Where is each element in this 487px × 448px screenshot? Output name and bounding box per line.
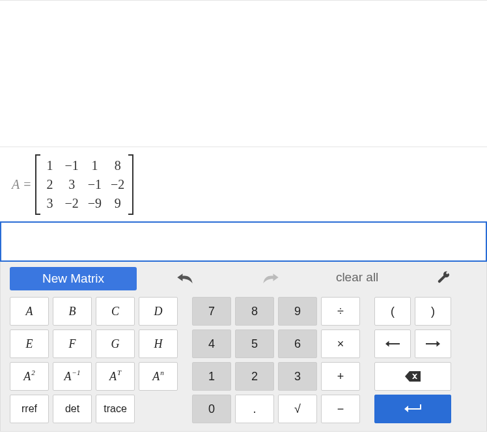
key-F[interactable]: F bbox=[53, 329, 92, 358]
key-3[interactable]: 3 bbox=[278, 362, 317, 391]
arrow-right-icon bbox=[426, 340, 440, 348]
key-6[interactable]: 6 bbox=[278, 329, 317, 358]
new-matrix-button[interactable]: New Matrix bbox=[10, 267, 137, 290]
key-A-transpose[interactable]: AT bbox=[96, 362, 135, 391]
key-backspace[interactable] bbox=[374, 362, 451, 391]
arrow-left-icon bbox=[385, 340, 400, 348]
matrix-cell: 1 bbox=[44, 158, 56, 173]
letter-keys: A B C D E F G H A2 A−1 AT An rref det tr… bbox=[10, 297, 178, 423]
clear-all-button[interactable]: clear all bbox=[314, 262, 400, 293]
matrix-cell: 9 bbox=[111, 196, 124, 211]
matrix-definition: A = 1 −1 1 8 2 3 −1 −2 3 −2 −9 9 bbox=[0, 147, 487, 221]
undo-button[interactable] bbox=[142, 262, 228, 293]
matrix-cell: 1 bbox=[88, 158, 102, 173]
matrix-cell: −2 bbox=[111, 177, 124, 192]
key-H[interactable]: H bbox=[139, 329, 178, 358]
key-4[interactable]: 4 bbox=[192, 329, 231, 358]
key-A[interactable]: A bbox=[10, 297, 49, 326]
graph-area bbox=[0, 0, 487, 147]
key-2[interactable]: 2 bbox=[235, 362, 274, 391]
equals-sign: = bbox=[23, 177, 31, 192]
matrix-cell: −2 bbox=[65, 196, 79, 211]
key-enter[interactable] bbox=[374, 395, 451, 423]
key-0[interactable]: 0 bbox=[192, 395, 231, 423]
key-cursor-right[interactable] bbox=[415, 329, 451, 358]
key-9[interactable]: 9 bbox=[278, 297, 317, 326]
key-paren-right[interactable]: ) bbox=[415, 297, 451, 326]
key-B[interactable]: B bbox=[53, 297, 92, 326]
key-E[interactable]: E bbox=[10, 329, 49, 358]
matrix-cell: 3 bbox=[44, 196, 56, 211]
key-C[interactable]: C bbox=[96, 297, 135, 326]
right-keys: ( ) bbox=[374, 297, 451, 423]
key-minus[interactable]: − bbox=[321, 395, 360, 423]
key-A-inverse[interactable]: A−1 bbox=[53, 362, 92, 391]
matrix-cell: −1 bbox=[88, 177, 102, 192]
matrix-name: A bbox=[12, 177, 20, 192]
redo-icon bbox=[262, 270, 280, 285]
wrench-icon bbox=[436, 270, 451, 285]
key-cursor-left[interactable] bbox=[374, 329, 411, 358]
key-multiply[interactable]: × bbox=[321, 329, 360, 358]
key-1[interactable]: 1 bbox=[192, 362, 231, 391]
undo-icon bbox=[176, 270, 194, 285]
key-det[interactable]: det bbox=[53, 395, 92, 423]
key-8[interactable]: 8 bbox=[235, 297, 274, 326]
keypad: New Matrix clear all A B C D E F G H A2 … bbox=[0, 262, 487, 432]
key-divide[interactable]: ÷ bbox=[321, 297, 360, 326]
key-plus[interactable]: + bbox=[321, 362, 360, 391]
matrix-body: 1 −1 1 8 2 3 −1 −2 3 −2 −9 9 bbox=[40, 154, 129, 215]
matrix-cell: −9 bbox=[88, 196, 102, 211]
key-sqrt[interactable]: √ bbox=[278, 395, 317, 423]
matrix-cell: 3 bbox=[65, 177, 79, 192]
key-rref[interactable]: rref bbox=[10, 395, 49, 423]
key-G[interactable]: G bbox=[96, 329, 135, 358]
expression-input[interactable] bbox=[0, 221, 487, 262]
matrix-bracket: 1 −1 1 8 2 3 −1 −2 3 −2 −9 9 bbox=[35, 154, 134, 215]
key-5[interactable]: 5 bbox=[235, 329, 274, 358]
matrix-cell: 8 bbox=[111, 158, 124, 173]
key-D[interactable]: D bbox=[139, 297, 178, 326]
number-keys: 7 8 9 ÷ 4 5 6 × 1 2 3 + 0 . √ − bbox=[192, 297, 360, 423]
keypad-top-controls: New Matrix clear all bbox=[1, 262, 486, 293]
matrix-cell: −1 bbox=[65, 158, 79, 173]
key-7[interactable]: 7 bbox=[192, 297, 231, 326]
matrix-cell: 2 bbox=[44, 177, 56, 192]
key-paren-left[interactable]: ( bbox=[374, 297, 411, 326]
redo-button[interactable] bbox=[228, 262, 314, 293]
key-decimal[interactable]: . bbox=[235, 395, 274, 423]
key-trace[interactable]: trace bbox=[96, 395, 135, 423]
backspace-icon bbox=[405, 371, 421, 382]
settings-button[interactable] bbox=[400, 262, 486, 293]
key-A-power-n[interactable]: An bbox=[139, 362, 178, 391]
enter-icon bbox=[404, 403, 421, 415]
key-A-squared[interactable]: A2 bbox=[10, 362, 49, 391]
